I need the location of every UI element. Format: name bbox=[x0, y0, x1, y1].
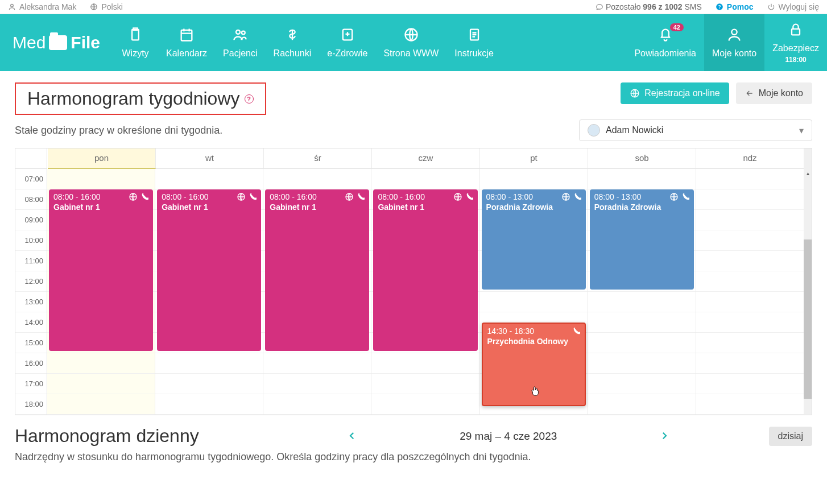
language-link[interactable]: Polski bbox=[90, 2, 122, 11]
time-slot: 13:00 bbox=[15, 292, 47, 312]
today-button[interactable]: dzisiaj bbox=[769, 427, 812, 446]
day-column[interactable]: 08:00 - 16:00Gabinet nr 1 bbox=[155, 169, 263, 415]
calendar-event[interactable]: 08:00 - 13:00Poradnia Zdrowia bbox=[482, 189, 586, 290]
time-slot: 14:00 bbox=[15, 312, 47, 333]
logout-link[interactable]: Wyloguj się bbox=[767, 2, 819, 11]
secure-time: 118:00 bbox=[785, 56, 806, 64]
calendar-event[interactable]: 14:30 - 18:30Przychodnia Odnowy bbox=[482, 323, 586, 406]
calendar-event[interactable]: 08:00 - 16:00Gabinet nr 1 bbox=[265, 189, 369, 351]
scroll-thumb[interactable] bbox=[804, 239, 812, 399]
svg-point-7 bbox=[242, 31, 245, 35]
event-place: Poradnia Zdrowia bbox=[486, 203, 581, 212]
time-slot: 17:00 bbox=[15, 374, 47, 394]
calendar-event[interactable]: 08:00 - 16:00Gabinet nr 1 bbox=[49, 189, 153, 351]
chevron-down-icon: ▾ bbox=[799, 125, 804, 136]
person-icon bbox=[726, 27, 742, 43]
calendar-event[interactable]: 08:00 - 13:00Poradnia Zdrowia bbox=[590, 189, 694, 290]
chat-icon bbox=[596, 3, 603, 11]
nav-secure[interactable]: Zabezpiecz 118:00 bbox=[764, 14, 827, 71]
user-name: Aleksandra Mak bbox=[19, 2, 76, 11]
lock-icon bbox=[788, 22, 804, 38]
time-column: 07:0008:0009:0010:0011:0012:0013:0014:00… bbox=[15, 148, 47, 415]
page-title: Harmonogram tygodniowy ? bbox=[27, 88, 254, 109]
doctor-select[interactable]: Adam Nowicki ▾ bbox=[579, 119, 812, 141]
help-icon: ? bbox=[716, 3, 723, 11]
language-label: Polski bbox=[101, 2, 122, 11]
nav-item-6[interactable]: Instrukcje bbox=[446, 14, 501, 71]
calendar-event[interactable]: 08:00 - 16:00Gabinet nr 1 bbox=[373, 189, 477, 351]
time-slot: 10:00 bbox=[15, 230, 47, 251]
nav-icon bbox=[179, 27, 195, 43]
calendar-event[interactable]: 08:00 - 16:00Gabinet nr 1 bbox=[157, 189, 261, 351]
prev-week-button[interactable] bbox=[347, 428, 357, 444]
svg-point-0 bbox=[11, 4, 14, 7]
event-place: Gabinet nr 1 bbox=[162, 203, 257, 212]
daily-subtitle: Nadrzędny w stosunku do harmonogramu tyg… bbox=[0, 449, 827, 470]
avatar bbox=[588, 124, 600, 137]
time-slot: 08:00 bbox=[15, 189, 47, 210]
day-column[interactable]: 08:00 - 13:00Poradnia Zdrowia bbox=[588, 169, 696, 415]
event-place: Poradnia Zdrowia bbox=[594, 203, 689, 212]
day-column[interactable]: 08:00 - 16:00Gabinet nr 1 bbox=[371, 169, 479, 415]
page-title-highlight: Harmonogram tygodniowy ? bbox=[15, 82, 266, 115]
folder-icon bbox=[49, 35, 67, 50]
power-icon bbox=[767, 3, 775, 11]
main-nav: MedFile WizytyKalendarzPacjenciRachunkie… bbox=[0, 14, 827, 71]
day-column[interactable]: 08:00 - 16:00Gabinet nr 1 bbox=[47, 169, 155, 415]
sms-status: Pozostało 996 z 1002 SMS bbox=[596, 2, 702, 11]
nav-item-5[interactable]: Strona WWW bbox=[375, 14, 446, 71]
svg-text:?: ? bbox=[718, 5, 721, 10]
logo[interactable]: MedFile bbox=[0, 14, 113, 71]
date-range: 29 maj – 4 cze 2023 bbox=[460, 430, 557, 443]
event-place: Gabinet nr 1 bbox=[378, 203, 473, 212]
help-circle-icon[interactable]: ? bbox=[245, 94, 254, 104]
time-slot: 11:00 bbox=[15, 251, 47, 271]
nav-icon bbox=[284, 27, 300, 43]
weekly-calendar: 07:0008:0009:0010:0011:0012:0013:0014:00… bbox=[15, 148, 812, 415]
day-column[interactable] bbox=[696, 169, 804, 415]
svg-point-11 bbox=[731, 30, 737, 35]
nav-item-2[interactable]: Pacjenci bbox=[215, 14, 265, 71]
nav-icon bbox=[466, 27, 482, 43]
time-slot: 12:00 bbox=[15, 271, 47, 292]
time-slot: 07:00 bbox=[15, 169, 47, 189]
person-icon bbox=[8, 3, 16, 11]
scroll-up-icon[interactable]: ▴ bbox=[804, 170, 812, 176]
arrow-left-icon bbox=[745, 89, 754, 98]
nav-icon bbox=[403, 27, 419, 43]
time-slot: 16:00 bbox=[15, 353, 47, 374]
svg-rect-4 bbox=[132, 30, 139, 40]
event-place: Gabinet nr 1 bbox=[53, 203, 148, 212]
scrollbar[interactable]: ▴ bbox=[804, 148, 812, 415]
globe-icon bbox=[90, 3, 98, 11]
notification-badge: 42 bbox=[670, 23, 684, 31]
time-slot: 15:00 bbox=[15, 333, 47, 353]
nav-my-account[interactable]: Moje konto bbox=[704, 14, 764, 71]
user-link[interactable]: Aleksandra Mak bbox=[8, 2, 76, 11]
nav-icon bbox=[127, 27, 143, 43]
next-week-button[interactable] bbox=[659, 428, 669, 444]
day-column[interactable]: 08:00 - 16:00Gabinet nr 1 bbox=[263, 169, 371, 415]
online-registration-button[interactable]: Rejestracja on-line bbox=[621, 82, 729, 104]
nav-item-3[interactable]: Rachunki bbox=[266, 14, 320, 71]
event-time: 14:30 - 18:30 bbox=[487, 327, 580, 336]
time-slot: 09:00 bbox=[15, 210, 47, 230]
day-column[interactable]: 08:00 - 13:00Poradnia Zdrowia14:30 - 18:… bbox=[480, 169, 588, 415]
help-link[interactable]: ? Pomoc bbox=[716, 2, 754, 11]
time-slot: 18:00 bbox=[15, 394, 47, 415]
nav-item-4[interactable]: e-Zdrowie bbox=[319, 14, 375, 71]
daily-title: Harmonogram dzienny bbox=[15, 425, 248, 447]
svg-rect-5 bbox=[181, 30, 192, 41]
event-place: Przychodnia Odnowy bbox=[487, 337, 580, 346]
cursor-hand-icon bbox=[530, 385, 541, 396]
nav-icon bbox=[340, 27, 355, 43]
event-place: Gabinet nr 1 bbox=[270, 203, 365, 212]
my-account-button[interactable]: Moje konto bbox=[736, 82, 812, 104]
svg-point-6 bbox=[236, 30, 240, 34]
nav-item-1[interactable]: Kalendarz bbox=[158, 14, 215, 71]
top-bar: Aleksandra Mak Polski Pozostało 996 z 10… bbox=[0, 0, 827, 14]
nav-item-0[interactable]: Wizyty bbox=[113, 14, 158, 71]
page-subtitle: Stałe godziny pracy w określone dni tygo… bbox=[15, 125, 222, 137]
nav-notifications[interactable]: 42 Powiadomienia bbox=[626, 14, 704, 71]
nav-icon bbox=[232, 27, 248, 43]
